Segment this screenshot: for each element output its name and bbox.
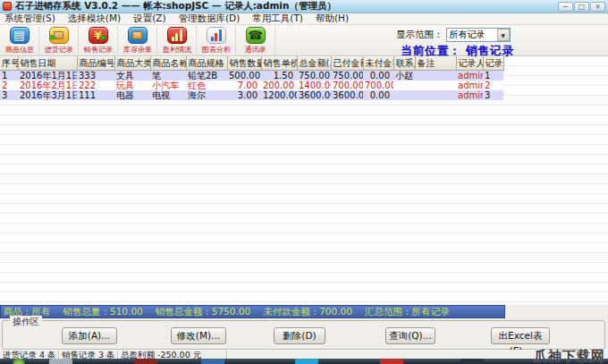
menu-tools[interactable]: 常用工具(T) xyxy=(252,13,303,25)
summary-unpaid: 未付款金额：700.00 xyxy=(263,306,352,318)
contacts-icon: ☎ xyxy=(246,27,266,44)
menu-settings[interactable]: 设置(Z) xyxy=(133,13,165,25)
action-groupbox: 操作区 添加(A)... 修改(M)... 删除(D) 查询(Q)... 出Ex… xyxy=(2,320,605,350)
query-button[interactable]: 查询(Q)... xyxy=(385,327,435,344)
col-header-product-code[interactable]: 商品编号 xyxy=(77,57,114,71)
menu-database[interactable]: 管理数据库(D) xyxy=(179,13,241,25)
toolbar-button-chart-analysis[interactable]: 图表分析 xyxy=(197,26,236,55)
watermark-text: 爪神下载网 xyxy=(534,348,605,364)
status-sales-count: 销售记录 3 条 xyxy=(59,351,118,359)
col-header-sale-date[interactable]: 销售日期 xyxy=(18,57,77,71)
start-orb-icon[interactable] xyxy=(13,359,25,364)
add-button[interactable]: 添加(A)... xyxy=(62,327,117,344)
taskbar-app-icon[interactable] xyxy=(49,359,72,364)
toolbar-button-purchase-records[interactable]: ▶ 进货记录 xyxy=(39,26,79,55)
summary-total-qty: 销售总量：510.00 xyxy=(63,306,143,318)
chart-analysis-icon xyxy=(207,27,226,44)
scope-selected-value: 所有记录 xyxy=(447,29,497,41)
col-header-product-name[interactable]: 商品名称 xyxy=(150,57,186,71)
summary-scope: 汇总范围：所有记录 xyxy=(365,306,450,318)
sales-records-icon: ¥▶ xyxy=(89,27,108,44)
col-header-paid-amount[interactable]: 已付金额 xyxy=(331,57,363,71)
minimize-button[interactable]: ─ xyxy=(558,2,573,12)
summary-total-amount: 销售总金额：5750.00 xyxy=(156,306,250,318)
windows-taskbar xyxy=(0,359,608,364)
toolbar: ▤ 商品信息 ▶ 进货记录 ¥▶ 销售记录 库存余量 盈利情况 图表分析 ☎ 通… xyxy=(0,25,608,56)
menu-system[interactable]: 系统管理(S) xyxy=(4,13,55,25)
status-total-profit: 总盈利额 -250.00 元 xyxy=(118,351,227,359)
close-button[interactable]: × xyxy=(590,2,605,12)
toolbar-button-stock-balance[interactable]: 库存余量 xyxy=(118,26,157,55)
col-header-unpaid-amount[interactable]: 未付金额 xyxy=(363,57,393,71)
table-row[interactable]: 1 2016年1月1日 333 文具 笔 铅笔2B 500.00 1.50 75… xyxy=(0,71,503,81)
col-header-quantity[interactable]: 销售数量 xyxy=(227,57,261,71)
scope-label: 显示范围： xyxy=(396,29,443,41)
display-scope-row: 显示范围： 所有记录 ▼ xyxy=(396,28,511,42)
product-info-icon: ▤ xyxy=(10,27,30,44)
taskbar-app-icon[interactable] xyxy=(134,359,157,364)
profit-status-icon xyxy=(167,27,187,44)
menu-modules[interactable]: 选择模块(M) xyxy=(68,13,121,25)
stock-balance-icon xyxy=(128,27,148,44)
window-controls: ─ □ × xyxy=(558,2,605,12)
taskbar-app-icon[interactable] xyxy=(201,359,224,364)
export-excel-button[interactable]: 出Excel表(E)... xyxy=(491,327,550,344)
title-bar: 石子进销存系统 V3.0.2 —— 帐本:shopJSC — 记录人:admin… xyxy=(0,0,608,13)
purchase-records-icon: ▶ xyxy=(49,27,69,44)
taskbar-app-icon[interactable] xyxy=(380,359,403,364)
menu-bar: 系统管理(S) 选择模块(M) 设置(Z) 管理数据库(D) 常用工具(T) 帮… xyxy=(0,13,608,25)
current-location-label: 当前位置： 销售记录 xyxy=(401,44,514,59)
toolbar-button-sales-records[interactable]: ¥▶ 销售记录 xyxy=(79,26,118,55)
app-window: 石子进销存系统 V3.0.2 —— 帐本:shopJSC — 记录人:admin… xyxy=(0,0,608,364)
chevron-down-icon[interactable]: ▼ xyxy=(497,29,510,41)
toolbar-button-profit-status[interactable]: 盈利情况 xyxy=(157,26,197,55)
table-row[interactable]: 3 2016年3月1日 111 电器 电视 海尔 3.00 1200.00 36… xyxy=(0,90,503,100)
groupbox-label: 操作区 xyxy=(10,316,42,328)
toolbar-button-product-info[interactable]: ▤ 商品信息 xyxy=(0,26,39,55)
sales-records-table: 序号 销售日期 商品编号 商品大类 商品名称 商品规格 销售数量 销售单价 总金… xyxy=(0,56,504,100)
table-row[interactable]: 2 2016年2月1日 222 玩具 小汽车 红色 7.00 200.00 14… xyxy=(0,80,503,90)
taskbar-app-icon[interactable] xyxy=(295,359,318,364)
col-header-category[interactable]: 商品大类 xyxy=(114,57,150,71)
status-purchase-count: 进货记录 4 条 xyxy=(0,351,59,359)
toolbar-button-contacts[interactable]: ☎ 通讯录 xyxy=(236,26,275,55)
col-header-spec[interactable]: 商品规格 xyxy=(186,57,227,71)
col-header-total-amount[interactable]: 总金额(.. xyxy=(297,57,331,71)
delete-button[interactable]: 删除(D) xyxy=(274,327,325,344)
col-header-unit-price[interactable]: 销售单价 xyxy=(261,57,297,71)
maximize-button[interactable]: □ xyxy=(574,2,589,12)
status-bar: 进货记录 4 条 销售记录 3 条 总盈利额 -250.00 元 xyxy=(0,350,608,359)
window-title: 石子进销存系统 V3.0.2 —— 帐本:shopJSC — 记录人:admin… xyxy=(15,0,336,13)
taskbar-app-icon[interactable] xyxy=(460,359,484,364)
edit-button[interactable]: 修改(M)... xyxy=(171,327,226,344)
col-header-index[interactable]: 序号 xyxy=(0,57,18,71)
scope-select[interactable]: 所有记录 ▼ xyxy=(446,28,511,42)
app-icon xyxy=(3,2,12,11)
menu-help[interactable]: 帮助(H) xyxy=(316,13,349,25)
summary-bar: 商品：所有 销售总量：510.00 销售总金额：5750.00 未付款金额：70… xyxy=(0,305,505,318)
